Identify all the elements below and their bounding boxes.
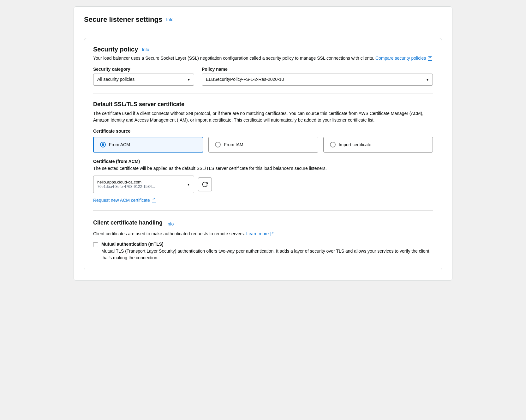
ssl-cert-description: The certificate used if a client connect… [93,110,433,123]
section-divider-1 [93,93,433,93]
radio-label-from-acm: From ACM [109,142,130,147]
outer-card: Secure listener settings Info Security p… [74,6,452,281]
cert-from-acm-title: Certificate (from ACM) [93,159,433,164]
client-cert-description: Client certificates are used to make aut… [93,231,433,237]
mutual-auth-checkbox[interactable] [93,242,98,247]
cert-select-row: hello.apps.cloud-ca.com 76e1dba4-8efb-47… [93,176,433,193]
refresh-cert-button[interactable] [198,177,212,191]
learn-more-link[interactable]: Learn more [246,231,275,236]
cert-select-arrow-icon: ▼ [187,183,190,186]
cert-select-text: hello.apps.cloud-ca.com 76e1dba4-8efb-47… [97,176,155,193]
mutual-auth-label-group: Mutual authentication (mTLS) Mutual TLS … [101,242,433,261]
security-category-select[interactable]: All security policies [93,74,194,86]
security-policy-info-link[interactable]: Info [142,47,149,52]
cert-domain: hello.apps.cloud-ca.com [97,180,155,184]
client-cert-title: Client certificate handling [93,219,163,226]
page-title: Secure listener settings [84,15,162,24]
security-policy-title: Security policy [93,46,138,53]
radio-dot-from-acm [100,142,106,147]
security-category-select-wrapper: All security policies ▼ [93,74,194,86]
security-policy-form-row: Security category All security policies … [93,67,433,86]
cert-from-acm-area: Certificate (from ACM) The selected cert… [93,159,433,203]
radio-option-import-cert[interactable]: Import certificate [323,137,433,153]
mutual-auth-label: Mutual authentication (mTLS) [101,242,433,247]
radio-option-from-acm[interactable]: From ACM [93,137,203,153]
page-info-link[interactable]: Info [166,17,173,22]
inner-card: Security policy Info Your load balancer … [84,38,442,270]
ssl-cert-title: Default SSL/TLS server certificate [93,101,433,108]
radio-option-from-iam[interactable]: From IAM [208,137,318,153]
client-cert-title-row: Client certificate handling Info [93,219,433,229]
cert-id: 76e1dba4-8efb-4763-9122-1584... [97,184,155,189]
refresh-icon [202,181,208,188]
section-title-row: Security policy Info [93,46,433,53]
policy-name-select-wrapper: ELBSecurityPolicy-FS-1-2-Res-2020-10 ▼ [202,74,433,86]
client-cert-section: Client certificate handling Info Client … [93,219,433,261]
security-category-label: Security category [93,67,194,72]
radio-dot-import-cert [330,142,336,147]
mutual-auth-checkbox-row: Mutual authentication (mTLS) Mutual TLS … [93,242,433,261]
compare-policies-link[interactable]: Compare security policies [375,56,432,61]
security-policy-section: Security policy Info Your load balancer … [93,46,433,86]
client-cert-info-link[interactable]: Info [166,221,174,226]
policy-name-group: Policy name ELBSecurityPolicy-FS-1-2-Res… [202,67,433,86]
cert-source-label: Certificate source [93,129,433,134]
cert-source-radio-group: From ACM From IAM Import certificate [93,137,433,153]
radio-dot-from-iam [215,142,221,147]
radio-label-import-cert: Import certificate [339,142,371,147]
security-category-group: Security category All security policies … [93,67,194,86]
cert-from-acm-desc: The selected certificate will be applied… [93,165,433,172]
request-cert-external-icon [152,198,156,202]
mutual-auth-desc: Mutual TLS (Transport Layer Security) au… [101,248,433,261]
page-title-row: Secure listener settings Info [84,15,442,30]
request-cert-link[interactable]: Request new ACM certificate [93,198,156,203]
cert-select-box[interactable]: hello.apps.cloud-ca.com 76e1dba4-8efb-47… [93,176,194,193]
ssl-cert-section: Default SSL/TLS server certificate The c… [93,101,433,203]
security-policy-description: Your load balancer uses a Secure Socket … [93,55,433,62]
learn-more-external-icon [271,232,275,236]
radio-label-from-iam: From IAM [224,142,243,147]
policy-name-select[interactable]: ELBSecurityPolicy-FS-1-2-Res-2020-10 [202,74,433,86]
policy-name-label: Policy name [202,67,433,72]
section-divider-2 [93,210,433,211]
compare-link-external-icon [428,56,432,61]
